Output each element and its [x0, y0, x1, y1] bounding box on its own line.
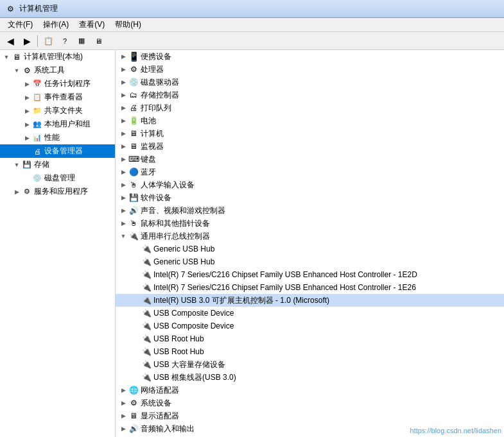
expand-icon [22, 146, 32, 157]
tree-label: 任务计划程序 [44, 78, 91, 89]
expand-icon: ▶ [12, 187, 22, 197]
expand-icon: ▶ [22, 79, 32, 89]
tree-label: 设备管理器 [44, 146, 83, 157]
tree-item-storage[interactable]: ▼ 💾 存储 [0, 158, 115, 171]
right-tree-item-disk[interactable]: ▶ 💿 磁盘驱动器 [116, 76, 504, 89]
left-panel: ▼ 🖥 计算机管理(本地) ▼ ⚙ 系统工具 ▶ 📅 任务计划程序 ▶ 📋 事件… [0, 50, 116, 437]
show-scope-button[interactable]: 📋 [40, 34, 56, 48]
folder-icon: 📁 [32, 106, 42, 116]
view-button[interactable]: ▦ [74, 34, 89, 48]
right-tree-item-usb-root-2[interactable]: 🔌 USB Root Hub [116, 345, 504, 358]
right-tree-item-print[interactable]: ▶ 🖨 打印队列 [116, 101, 504, 114]
performance-icon: 📊 [32, 133, 42, 143]
title-text: 计算机管理 [19, 3, 58, 14]
menu-item-A[interactable]: 操作(A) [38, 18, 74, 31]
tree-label: 共享文件夹 [44, 105, 83, 116]
tree-label: 性能 [44, 132, 60, 143]
menu-item-V[interactable]: 查看(V) [74, 18, 110, 31]
right-panel: ▶ 📱 便携设备 ▶ ⚙ 处理器 ▶ 💿 磁盘驱动器 ▶ 🗂 存储控制器 ▶ 🖨… [116, 50, 504, 437]
right-tree-item-usb-composite-2[interactable]: 🔌 USB Composite Device [116, 320, 504, 332]
tree-item-services[interactable]: ▶ ⚙ 服务和应用程序 [0, 185, 115, 198]
tree-label: 事件查看器 [44, 92, 83, 103]
right-tree-item-usb-mass[interactable]: 🔌 USB 大容量存储设备 [116, 358, 504, 371]
expand-icon: ▶ [22, 92, 32, 103]
tree-item-task-scheduler[interactable]: ▶ 📅 任务计划程序 [0, 77, 115, 90]
right-tree-item-software[interactable]: ▶ 💾 软件设备 [116, 191, 504, 204]
tree-label: 存储 [34, 159, 49, 170]
tree-item-system-tools[interactable]: ▼ ⚙ 系统工具 [0, 64, 115, 77]
forward-button[interactable]: ▶ [19, 34, 35, 48]
tree-label: 本地用户和组 [44, 119, 91, 130]
title-bar: ⚙ 计算机管理 [0, 0, 504, 18]
right-tree-item-mouse[interactable]: ▶ 🖱 鼠标和其他指针设备 [116, 217, 504, 230]
tree-label: 系统工具 [34, 65, 65, 76]
expand-icon [22, 173, 32, 184]
tree-label: 计算机管理(本地) [24, 51, 83, 62]
right-tree-item-keyboard[interactable]: ▶ ⌨ 键盘 [116, 153, 504, 166]
right-tree-item-audio[interactable]: ▶ 🔊 音频输入和输出 [116, 422, 504, 435]
right-tree-item-battery[interactable]: ▶ 🔋 电池 [116, 114, 504, 127]
menu-item-H[interactable]: 帮助(H) [110, 18, 146, 31]
right-tree-item-monitor[interactable]: ▶ 🖥 监视器 [116, 140, 504, 153]
help-button[interactable]: ? [57, 34, 73, 48]
expand-icon: ▼ [12, 65, 22, 76]
toolbar-separator-1 [37, 35, 38, 47]
right-tree-item-sound[interactable]: ▶ 🔊 声音、视频和游戏控制器 [116, 204, 504, 217]
title-icon: ⚙ [5, 4, 15, 14]
right-tree-item-usb-ctrl[interactable]: ▼ 🔌 通用串行总线控制器 [116, 230, 504, 243]
right-tree-item-generic-hub-2[interactable]: 🔌 Generic USB Hub [116, 255, 504, 268]
system-tools-icon: ⚙ [22, 65, 32, 76]
expand-icon: ▶ [22, 119, 32, 130]
right-tree-item-hid[interactable]: ▶ 🖱 人体学输入设备 [116, 178, 504, 191]
toolbar: ◀ ▶ 📋 ? ▦ 🖥 [0, 32, 504, 50]
right-tree-item-usb-root-1[interactable]: 🔌 USB Root Hub [116, 332, 504, 345]
back-button[interactable]: ◀ [3, 34, 18, 48]
main-layout: ▼ 🖥 计算机管理(本地) ▼ ⚙ 系统工具 ▶ 📅 任务计划程序 ▶ 📋 事件… [0, 50, 504, 437]
computer-icon: 🖥 [12, 52, 22, 62]
expand-icon: ▶ [22, 106, 32, 116]
device-manager-icon: 🖨 [32, 146, 42, 157]
tree-item-computer-management[interactable]: ▼ 🖥 计算机管理(本地) [0, 50, 115, 64]
storage-icon: 💾 [22, 160, 32, 170]
menu-item-F[interactable]: 文件(F) [3, 18, 38, 31]
tree-item-disk-management[interactable]: 💿 磁盘管理 [0, 171, 115, 185]
right-tree-item-storage-ctrl[interactable]: ▶ 🗂 存储控制器 [116, 89, 504, 101]
event-icon: 📋 [32, 92, 42, 103]
disk-icon: 💿 [32, 173, 42, 184]
tree-label: 服务和应用程序 [34, 186, 88, 197]
tree-item-device-manager[interactable]: 🖨 设备管理器 [0, 144, 115, 158]
right-tree-item-computer[interactable]: ▶ 🖥 计算机 [116, 127, 504, 140]
right-tree-item-generic-hub-1[interactable]: 🔌 Generic USB Hub [116, 243, 504, 255]
right-tree-item-usb-root-30[interactable]: 🔌 USB 根集线器(USB 3.0) [116, 371, 504, 384]
expand-icon: ▼ [1, 52, 12, 62]
expand-icon: ▶ [22, 133, 32, 143]
right-tree-item-intel-1e26[interactable]: 🔌 Intel(R) 7 Series/C216 Chipset Family … [116, 281, 504, 294]
tree-item-local-users[interactable]: ▶ 👥 本地用户和组 [0, 117, 115, 131]
users-icon: 👥 [32, 119, 42, 130]
right-tree-item-intel-usb30[interactable]: 🔌 Intel(R) USB 3.0 可扩展主机控制器 - 1.0 (Micro… [116, 294, 504, 307]
right-tree-item-intel-1e2d[interactable]: 🔌 Intel(R) 7 Series/C216 Chipset Family … [116, 268, 504, 281]
tree-item-performance[interactable]: ▶ 📊 性能 [0, 131, 115, 144]
menu-bar: 文件(F)操作(A)查看(V)帮助(H) [0, 18, 504, 32]
tree-label: 磁盘管理 [44, 173, 75, 184]
services-icon: ⚙ [22, 187, 32, 197]
right-tree-item-system[interactable]: ▶ ⚙ 系统设备 [116, 397, 504, 409]
right-tree-item-portable[interactable]: ▶ 📱 便携设备 [116, 50, 504, 63]
tree-item-event-viewer[interactable]: ▶ 📋 事件查看器 [0, 90, 115, 104]
right-tree-item-bluetooth[interactable]: ▶ 🔵 蓝牙 [116, 166, 504, 178]
console-button[interactable]: 🖥 [91, 34, 106, 48]
right-tree-item-display[interactable]: ▶ 🖥 显示适配器 [116, 409, 504, 422]
right-tree-item-network[interactable]: ▶ 🌐 网络适配器 [116, 384, 504, 397]
tree-item-shared-folders[interactable]: ▶ 📁 共享文件夹 [0, 104, 115, 117]
task-icon: 📅 [32, 79, 42, 89]
right-tree-item-processor[interactable]: ▶ ⚙ 处理器 [116, 63, 504, 76]
expand-icon: ▼ [12, 160, 22, 170]
right-tree-item-usb-composite-1[interactable]: 🔌 USB Composite Device [116, 307, 504, 320]
